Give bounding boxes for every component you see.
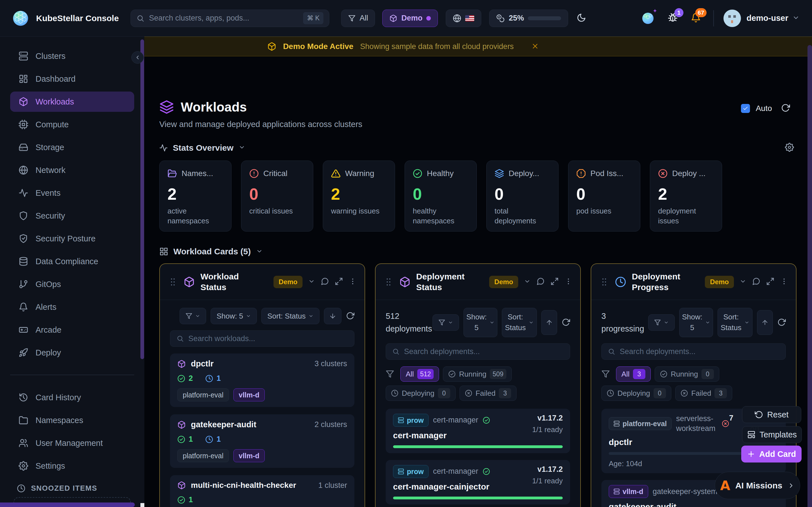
banner-close-button[interactable] xyxy=(531,42,539,51)
tag[interactable]: vllm-d xyxy=(234,388,265,401)
sidebar-item-user-management[interactable]: User Management xyxy=(10,433,134,453)
filter-dropdown[interactable] xyxy=(648,314,675,331)
stat-card-deployments[interactable]: Deploy... 0 total deployments xyxy=(486,161,559,231)
filter-chip-failed[interactable]: Failed3 xyxy=(675,386,732,401)
sidebar-item-events[interactable]: Events xyxy=(10,183,134,203)
show-dropdown[interactable]: Show: 5 xyxy=(211,308,257,324)
sidebar-horizontal-scrollbar[interactable] xyxy=(0,503,135,507)
auto-refresh-checkbox[interactable] xyxy=(741,104,750,113)
card-comment-button[interactable] xyxy=(536,277,545,286)
stats-settings-button[interactable] xyxy=(785,143,794,153)
card-demo-chevron[interactable] xyxy=(308,278,315,286)
stat-card-warning[interactable]: Warning 2 warning issues xyxy=(323,161,395,231)
drag-handle-icon[interactable] xyxy=(168,277,178,287)
add-card-button[interactable]: Add Card xyxy=(741,446,802,462)
filter-dropdown[interactable] xyxy=(180,308,206,324)
filter-chip-deploying[interactable]: Deploying0 xyxy=(601,386,671,401)
filter-chip-running[interactable]: Running0 xyxy=(655,367,719,382)
refresh-button[interactable] xyxy=(781,103,790,113)
deployment-row-cert-manager[interactable]: prow cert-manager cert-manager v1.17.2 1… xyxy=(386,409,570,453)
main-scrollbar[interactable] xyxy=(808,45,812,507)
stat-card-pod-issues[interactable]: Pod Iss... 0 pod issues xyxy=(568,161,640,231)
filter-chip-all[interactable]: All3 xyxy=(616,367,651,382)
workload-cards-collapse-button[interactable] xyxy=(256,248,263,256)
stat-card-critical[interactable]: Critical 0 critical issues xyxy=(241,161,313,231)
card-expand-button[interactable] xyxy=(766,277,774,286)
sort-direction-button[interactable] xyxy=(324,308,342,324)
stat-card-namespaces[interactable]: Names... 2 active namespaces xyxy=(159,161,232,231)
filter-chip-deploying[interactable]: Deploying0 xyxy=(386,386,456,401)
card-comment-button[interactable] xyxy=(752,277,760,286)
card-menu-button[interactable] xyxy=(780,277,788,286)
sort-direction-button[interactable] xyxy=(541,310,557,335)
sidebar-item-deploy[interactable]: Deploy xyxy=(10,342,134,363)
theme-toggle-button[interactable] xyxy=(576,13,586,23)
workload-row-gatekeeper-audit[interactable]: gatekeeper-audit 2 clusters 1 1 platform… xyxy=(170,414,354,468)
filter-chip-all[interactable]: All512 xyxy=(400,367,439,382)
card-demo-badge[interactable]: Demo xyxy=(705,276,734,288)
user-menu[interactable]: demo-user xyxy=(723,10,800,27)
ai-missions-button[interactable]: A AI Missions xyxy=(715,472,800,499)
env-badge[interactable]: vllm-d xyxy=(609,485,648,498)
global-search-input[interactable] xyxy=(149,14,298,22)
sidebar-collapse-button[interactable] xyxy=(132,51,144,64)
tag[interactable]: vllm-d xyxy=(234,449,265,462)
env-badge[interactable]: prow xyxy=(393,414,428,427)
sidebar-item-clusters[interactable]: Clusters xyxy=(10,46,134,66)
card-expand-button[interactable] xyxy=(335,277,343,286)
templates-button[interactable]: Templates xyxy=(742,426,802,443)
sort-direction-button[interactable] xyxy=(757,310,773,335)
reset-button[interactable]: Reset xyxy=(742,406,801,423)
sidebar-item-dashboard[interactable]: Dashboard xyxy=(10,69,134,89)
stat-card-healthy[interactable]: Healthy 0 healthy namespaces xyxy=(405,161,477,231)
workload-row-dpctlr[interactable]: dpctlr 3 clusters 2 1 platform-eval vllm… xyxy=(170,353,354,407)
zoom-control[interactable]: 25% xyxy=(489,10,568,27)
language-button[interactable] xyxy=(446,10,481,27)
deployment-search[interactable] xyxy=(601,343,786,360)
card-menu-button[interactable] xyxy=(349,277,357,286)
sort-dropdown[interactable]: Sort: Status xyxy=(261,308,319,324)
sidebar-item-security[interactable]: Security xyxy=(10,206,134,226)
sidebar-item-card-history[interactable]: Card History xyxy=(10,387,134,407)
filter-all-button[interactable]: All xyxy=(341,10,375,27)
sidebar-item-storage[interactable]: Storage xyxy=(10,137,134,158)
sidebar-item-compute[interactable]: Compute xyxy=(10,114,134,135)
card-refresh-button[interactable] xyxy=(562,318,570,327)
sidebar-item-workloads[interactable]: Workloads xyxy=(10,92,134,112)
filter-dropdown[interactable] xyxy=(433,314,459,331)
filter-chip-running[interactable]: Running509 xyxy=(443,367,511,382)
sidebar-item-gitops[interactable]: GitOps xyxy=(10,274,134,294)
deployment-search-input[interactable] xyxy=(404,347,564,356)
card-comment-button[interactable] xyxy=(320,277,329,286)
env-badge[interactable]: prow xyxy=(393,465,428,478)
sidebar-item-namespaces[interactable]: Namespaces xyxy=(10,410,134,431)
workload-search-input[interactable] xyxy=(188,334,348,343)
tag[interactable]: platform-eval xyxy=(177,449,229,462)
sort-dropdown[interactable]: Sort: Status xyxy=(502,308,537,337)
sidebar-item-arcade[interactable]: Arcade xyxy=(10,320,134,340)
sidebar-item-network[interactable]: Network xyxy=(10,160,134,180)
deployment-search-input[interactable] xyxy=(620,347,779,356)
debug-button[interactable]: 1 xyxy=(668,13,678,24)
card-demo-chevron[interactable] xyxy=(740,278,746,286)
card-demo-badge[interactable]: Demo xyxy=(489,276,518,288)
card-demo-badge[interactable]: Demo xyxy=(273,276,303,288)
ai-assistant-button[interactable] xyxy=(641,11,655,25)
drag-handle-icon[interactable] xyxy=(384,277,394,287)
drag-handle-icon[interactable] xyxy=(599,277,609,287)
card-refresh-button[interactable] xyxy=(777,318,786,327)
sidebar-item-security-posture[interactable]: Security Posture xyxy=(10,228,134,249)
stat-card-deployment-issues[interactable]: Deploy ... 2 deployment issues xyxy=(650,161,722,231)
zoom-slider[interactable] xyxy=(528,16,561,20)
sidebar-item-settings[interactable]: Settings xyxy=(10,456,134,476)
card-menu-button[interactable] xyxy=(564,277,572,286)
show-dropdown[interactable]: Show: 5 xyxy=(679,308,713,337)
deployment-search[interactable] xyxy=(386,343,570,360)
sort-dropdown[interactable]: Sort: Status xyxy=(718,308,753,337)
demo-mode-button[interactable]: Demo xyxy=(382,10,438,27)
workload-search[interactable] xyxy=(170,330,354,347)
show-dropdown[interactable]: Show: 5 xyxy=(463,308,497,337)
stats-collapse-button[interactable] xyxy=(239,144,245,152)
env-badge[interactable]: platform-eval xyxy=(609,417,672,430)
tag[interactable]: platform-eval xyxy=(177,388,229,401)
